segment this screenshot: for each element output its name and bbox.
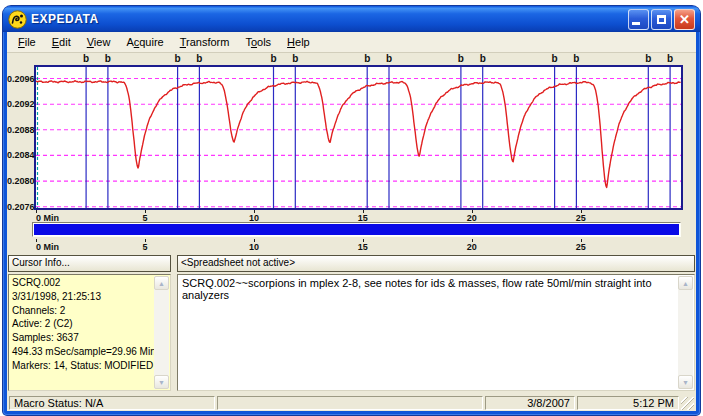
- chart-panel: bbbbbbbbbbbbbb 0.20960.20920.20880.20840…: [7, 53, 696, 253]
- x-tick-label: 5: [142, 242, 147, 252]
- marker-label: b: [458, 53, 464, 64]
- signal-chart: [36, 67, 681, 208]
- scroll-down-icon[interactable]: ▼: [678, 375, 693, 389]
- resize-grip[interactable]: [681, 397, 694, 410]
- marker-label: b: [667, 53, 673, 64]
- menu-item-acquire[interactable]: Acquire: [118, 33, 171, 51]
- status-bar: Macro Status: N/A 3/8/2007 5:12 PM: [7, 394, 696, 411]
- marker-label: b: [196, 53, 202, 64]
- cursor-info-line: Active: 2 (C2): [12, 317, 167, 331]
- scroll-up-icon[interactable]: ▲: [154, 276, 169, 290]
- marker-label: b: [175, 53, 181, 64]
- marker-label: b: [105, 53, 111, 64]
- window-content: FileEditViewAcquireTransformToolsHelp bb…: [7, 32, 696, 411]
- y-tick-label: 0.2096: [7, 74, 32, 84]
- minimize-icon: [632, 22, 640, 25]
- scorpion-logo-icon: [8, 10, 27, 29]
- menu-bar: FileEditViewAcquireTransformToolsHelp: [7, 32, 696, 53]
- marker-label: b: [292, 53, 298, 64]
- status-time: 5:12 PM: [577, 396, 679, 410]
- x-tick-label: 15: [358, 242, 368, 252]
- marker-label: b: [573, 53, 579, 64]
- scroll-up-icon[interactable]: ▲: [678, 276, 693, 290]
- spreadsheet-panel: <Spreadsheet not active> SCRQ.002~~scorp…: [177, 255, 695, 391]
- marker-label: b: [386, 53, 392, 64]
- x-tick-label: 10: [249, 242, 259, 252]
- maximize-button[interactable]: [651, 9, 672, 30]
- spreadsheet-header: <Spreadsheet not active>: [177, 255, 695, 272]
- cursor-info-line: Samples: 3637: [12, 331, 167, 345]
- marker-label: b: [480, 53, 486, 64]
- y-tick-label: 0.2076: [7, 202, 32, 212]
- cursor-info-line: Markers: 14, Status: MODIFIED: [12, 359, 167, 373]
- status-date: 3/8/2007: [485, 396, 575, 410]
- marker-label: b: [552, 53, 558, 64]
- title-bar[interactable]: EXPEDATA ✕: [3, 6, 700, 32]
- menu-item-edit[interactable]: Edit: [44, 33, 79, 51]
- marker-label: b: [645, 53, 651, 64]
- spreadsheet-text: SCRQ.002~~scorpions in mplex 2-8, see no…: [178, 275, 694, 303]
- overview-bar-fill: [34, 224, 679, 235]
- y-tick-label: 0.2088: [7, 125, 32, 135]
- cursor-info-line: Channels: 2: [12, 304, 167, 318]
- status-spacer: [217, 396, 483, 410]
- cursor-info-box[interactable]: SCRQ.0023/31/1998, 21:25:13Channels: 2Ac…: [8, 274, 171, 391]
- menu-item-help[interactable]: Help: [279, 33, 318, 51]
- y-tick-label: 0.2080: [7, 176, 32, 186]
- scroll-down-icon[interactable]: ▼: [154, 375, 169, 389]
- cursor-info-line: 494.33 mSec/sample=29.96 Min: [12, 345, 167, 359]
- window-title: EXPEDATA: [31, 12, 628, 26]
- menu-item-file[interactable]: File: [10, 33, 44, 51]
- cursor-info-scrollbar[interactable]: ▲ ▼: [154, 276, 169, 389]
- y-tick-label: 0.2084: [7, 150, 32, 160]
- marker-label: b: [270, 53, 276, 64]
- minimize-button[interactable]: [628, 9, 649, 30]
- app-window: EXPEDATA ✕ FileEditViewAcquireTransformT…: [3, 6, 700, 415]
- maximize-icon: [657, 15, 666, 24]
- macro-status: Macro Status: N/A: [9, 396, 215, 410]
- cursor-info-line: SCRQ.002: [12, 276, 167, 290]
- menu-item-tools[interactable]: Tools: [237, 33, 279, 51]
- overview-bar[interactable]: [32, 222, 681, 237]
- spreadsheet-box[interactable]: SCRQ.002~~scorpions in mplex 2-8, see no…: [177, 274, 695, 391]
- x-axis-overview: 0 Min510152025: [34, 239, 683, 252]
- cursor-info-panel: Cursor Info... SCRQ.0023/31/1998, 21:25:…: [8, 255, 171, 391]
- x-tick-label: 25: [576, 242, 586, 252]
- chart-plot-area[interactable]: [34, 65, 683, 210]
- cursor-info-line: 3/31/1998, 21:25:13: [12, 290, 167, 304]
- menu-item-transform[interactable]: Transform: [172, 33, 238, 51]
- lower-panels: Cursor Info... SCRQ.0023/31/1998, 21:25:…: [7, 253, 696, 394]
- y-tick-label: 0.2092: [7, 99, 32, 109]
- marker-label: b: [83, 53, 89, 64]
- close-button[interactable]: ✕: [674, 9, 695, 30]
- spreadsheet-scrollbar[interactable]: ▲ ▼: [678, 276, 693, 389]
- marker-label: b: [364, 53, 370, 64]
- x-tick-label: 20: [467, 242, 477, 252]
- cursor-info-text: SCRQ.0023/31/1998, 21:25:13Channels: 2Ac…: [9, 275, 170, 374]
- cursor-info-header: Cursor Info...: [8, 255, 171, 272]
- x-tick-label: 0 Min: [36, 242, 59, 252]
- close-icon: ✕: [679, 13, 690, 26]
- menu-item-view[interactable]: View: [79, 33, 119, 51]
